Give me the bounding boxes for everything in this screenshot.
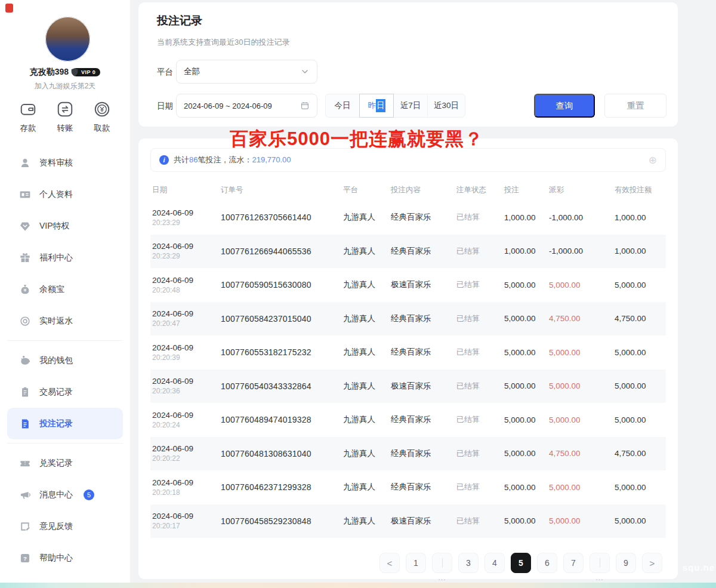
column-header: 有效投注额 (615, 185, 666, 195)
sidebar-item-user-audit[interactable]: 资料审核 (0, 147, 130, 178)
page-button-7[interactable]: 7 (563, 553, 584, 573)
page-button-4[interactable]: 4 (484, 553, 505, 573)
sidebar-item-feedback[interactable]: 意见反馈 (0, 510, 130, 542)
calendar-icon (300, 101, 310, 110)
cell-bet-amount: 5,000.00 (504, 281, 549, 290)
quick-action-withdraw[interactable]: 取款 (85, 100, 119, 134)
page-button-5[interactable]: 5 (511, 553, 531, 573)
query-button[interactable]: 查询 (534, 94, 595, 118)
cell-bet-content: 极速百家乐 (391, 516, 456, 527)
page-ellipsis[interactable] (590, 553, 610, 573)
table-row[interactable]: 2024-06-0920:23:291007761263705661440九游真… (150, 201, 666, 235)
cell-valid-bet: 1,000.00 (615, 247, 666, 255)
sidebar-item-rebate[interactable]: 实时返水 (0, 305, 130, 337)
cell-date: 2024-06-0920:20:48 (152, 276, 221, 294)
cell-bet-content: 极速百家乐 (391, 279, 456, 290)
quick-action-deposit[interactable]: 存款 (11, 100, 45, 134)
bet-record-icon (19, 418, 31, 430)
cell-status: 已结算 (456, 212, 504, 223)
sidebar-item-help[interactable]: ?帮助中心 (0, 542, 130, 574)
table-row[interactable]: 2024-06-0920:23:291007761266944065536九游真… (150, 235, 666, 269)
page-title: 投注记录 (157, 13, 202, 29)
sidebar-nav: 资料审核个人资料VIP特权福利中心余额宝实时返水我的钱包交易记录投注记录兑奖记录… (0, 147, 130, 574)
message-icon (19, 489, 31, 501)
page-button-3[interactable]: 3 (458, 553, 479, 573)
sidebar-item-message[interactable]: 消息中心5 (0, 479, 130, 510)
table-row[interactable]: 2024-06-0920:20:241007760489474019328九游真… (150, 403, 666, 437)
table-row[interactable]: 2024-06-0920:20:181007760462371299328九游真… (150, 470, 666, 504)
quick-action-label: 转账 (48, 123, 82, 134)
column-header: 订单号 (221, 185, 343, 195)
turnover-value: 219,770.00 (252, 155, 291, 164)
shield-icon (70, 67, 79, 78)
cell-order-number: 1007760584237015040 (221, 314, 343, 324)
sidebar-item-prize[interactable]: 兑奖记录 (0, 447, 130, 479)
page-ellipsis[interactable] (432, 553, 452, 573)
avatar[interactable] (45, 17, 90, 61)
sidebar-item-money-bag[interactable]: 余额宝 (0, 273, 130, 305)
cell-bet-amount: 5,000.00 (504, 415, 549, 424)
circle-plus-icon[interactable]: ⊕ (649, 155, 657, 165)
reset-button[interactable]: 重置 (604, 94, 666, 118)
table-row[interactable]: 2024-06-0920:20:171007760458529230848九游真… (150, 504, 666, 538)
table-row[interactable]: 2024-06-0920:20:221007760481308631040九游真… (150, 437, 666, 471)
page-button-6[interactable]: 6 (537, 553, 557, 573)
cell-payout: 5,000.00 (549, 483, 615, 492)
cell-order-number: 1007761266944065536 (221, 247, 343, 256)
page-button-9[interactable]: 9 (616, 553, 636, 573)
table-row[interactable]: 2024-06-0920:20:471007760584237015040九游真… (150, 302, 666, 336)
next-page-button[interactable]: > (642, 553, 662, 573)
cell-bet-amount: 5,000.00 (504, 348, 549, 357)
table-header-row: 日期订单号平台投注内容注单状态投注派彩有效投注额 (150, 179, 666, 201)
cell-status: 已结算 (456, 313, 504, 324)
sidebar-item-wallet[interactable]: 我的钱包 (0, 344, 130, 376)
cell-platform: 九游真人 (343, 246, 391, 257)
cell-status: 已结算 (456, 516, 504, 527)
cell-bet-amount: 1,000.00 (504, 247, 549, 255)
summary-text: 共计86笔投注，流水：219,770.00 (174, 155, 291, 165)
page-button-1[interactable]: 1 (406, 553, 426, 573)
cell-date: 2024-06-0920:23:29 (152, 242, 221, 260)
platform-select[interactable]: 全部 (176, 60, 317, 84)
prev-page-button[interactable]: < (379, 553, 400, 573)
pagination: <1345679> (379, 553, 662, 573)
vip-badge[interactable]: VIP 0 (72, 68, 100, 76)
cell-platform: 九游真人 (343, 347, 391, 358)
overlay-annotation-text: 百家乐5000一把连赢就要黑？ (230, 127, 483, 152)
cell-payout: 5,000.00 (549, 281, 615, 290)
date-range-input[interactable]: 2024-06-09 ~ 2024-06-09 (176, 94, 317, 118)
sidebar-item-id-card[interactable]: 个人资料 (0, 178, 130, 210)
table-row[interactable]: 2024-06-0920:20:481007760590515630080九游真… (150, 268, 666, 302)
cell-date: 2024-06-0920:20:22 (152, 444, 221, 463)
platform-select-value: 全部 (184, 66, 200, 77)
cell-status: 已结算 (456, 381, 504, 392)
quick-action-transfer[interactable]: 转账 (48, 100, 82, 134)
cell-order-number: 1007760462371299328 (221, 482, 343, 492)
transaction-icon (19, 386, 31, 398)
cell-valid-bet: 5,000.00 (615, 348, 666, 357)
chevron-down-icon (300, 67, 310, 76)
date-range-value: 2024-06-09 ~ 2024-06-09 (184, 101, 272, 110)
cell-bet-content: 经典百家乐 (391, 246, 456, 257)
sidebar-item-transaction[interactable]: 交易记录 (0, 376, 130, 408)
joined-text: 加入九游娱乐第2天 (0, 81, 130, 91)
cell-date: 2024-06-0920:20:36 (152, 377, 221, 395)
cell-platform: 九游真人 (343, 279, 391, 290)
column-header: 投注内容 (391, 185, 456, 195)
table-row[interactable]: 2024-06-0920:20:391007760553182175232九游真… (150, 335, 666, 370)
cell-order-number: 1007760458529230848 (221, 516, 343, 526)
range-button-1[interactable]: 昨日 (359, 94, 394, 118)
range-button-2[interactable]: 近7日 (393, 94, 428, 118)
range-button-0[interactable]: 今日 (325, 94, 360, 118)
sidebar-item-bet-record[interactable]: 投注记录 (7, 408, 123, 439)
withdraw-icon (93, 100, 111, 118)
prize-icon (19, 457, 31, 469)
sidebar-item-vip[interactable]: VIP特权 (0, 210, 130, 242)
page-subtitle: 当前系统支持查询最近30日的投注记录 (157, 37, 289, 48)
cell-bet-content: 经典百家乐 (391, 414, 456, 425)
sidebar-item-gift[interactable]: 福利中心 (0, 242, 130, 273)
table-row[interactable]: 2024-06-0920:20:361007760540343332864九游真… (150, 370, 666, 404)
cell-platform: 九游真人 (343, 516, 391, 527)
range-button-3[interactable]: 近30日 (427, 94, 465, 118)
sidebar-item-label: 资料审核 (39, 158, 73, 168)
